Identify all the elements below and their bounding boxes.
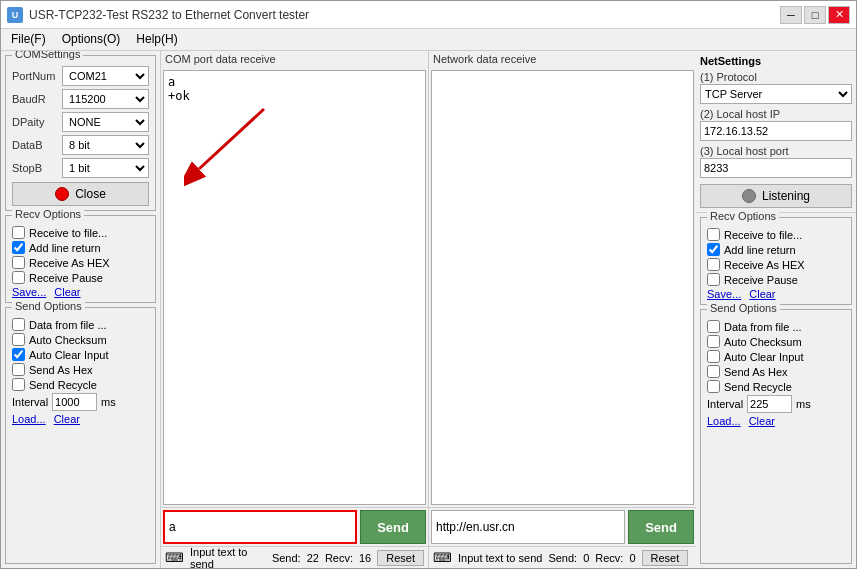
com-recv-save-link[interactable]: Save... [12, 286, 46, 298]
red-dot-icon [55, 187, 69, 201]
com-settings-group: COMSettings PortNum COM21COM1COM2 BaudR … [5, 55, 156, 211]
net-keyboard-icon: ⌨ [433, 550, 452, 565]
net-send-links: Load... Clear [707, 415, 845, 427]
baudr-select[interactable]: 115200960038400 [62, 89, 149, 109]
net-interval-input[interactable] [747, 395, 792, 413]
stopb-select[interactable]: 1 bit2 bit [62, 158, 149, 178]
datab-select[interactable]: 8 bit7 bit [62, 135, 149, 155]
com-recv-pause-checkbox[interactable] [12, 271, 25, 284]
right-panel: NetSettings (1) Protocol TCP Server TCP … [696, 51, 856, 568]
com-auto-checksum-row: Auto Checksum [12, 333, 149, 346]
net-interval-unit: ms [796, 398, 811, 410]
com-interval-input[interactable]: 1000 [52, 393, 97, 411]
net-input-tip: Input text to send [458, 552, 542, 564]
com-data-line-1: a [168, 75, 421, 89]
com-data-from-file-checkbox[interactable] [12, 318, 25, 331]
com-auto-checksum-checkbox[interactable] [12, 333, 25, 346]
menu-help[interactable]: Help(H) [130, 31, 183, 48]
com-send-clear-link[interactable]: Clear [54, 413, 80, 425]
menu-file[interactable]: File(F) [5, 31, 52, 48]
protocol-select[interactable]: TCP Server TCP Client UDP Server [700, 84, 852, 104]
net-recv-pause-checkbox[interactable] [707, 273, 720, 286]
net-recv-pause-label: Receive Pause [724, 274, 798, 286]
net-add-line-return-checkbox[interactable] [707, 243, 720, 256]
net-auto-checksum-row: Auto Checksum [707, 335, 845, 348]
net-send-button[interactable]: Send [628, 510, 694, 544]
net-send-clear-link[interactable]: Clear [749, 415, 775, 427]
net-recv-options-group: Recv Options Receive to file... Add line… [700, 217, 852, 305]
protocol-label: (1) Protocol [700, 71, 852, 83]
com-status-bar: ⌨ Input text to send Send: 22 Recv: 16 R… [161, 547, 429, 568]
com-send-options-group: Send Options Data from file ... Auto Che… [5, 307, 156, 564]
datab-row: DataB 8 bit7 bit [12, 135, 149, 155]
window-title: USR-TCP232-Test RS232 to Ethernet Conver… [29, 8, 309, 22]
com-send-recycle-checkbox[interactable] [12, 378, 25, 391]
net-send-recycle-checkbox[interactable] [707, 380, 720, 393]
com-auto-clear-input-label: Auto Clear Input [29, 349, 109, 361]
com-send-as-hex-label: Send As Hex [29, 364, 93, 376]
net-recv-save-link[interactable]: Save... [707, 288, 741, 300]
com-reset-button[interactable]: Reset [377, 550, 424, 566]
localport-input[interactable]: 8233 [700, 158, 852, 178]
net-add-line-return-row: Add line return [707, 243, 845, 256]
net-data-from-file-checkbox[interactable] [707, 320, 720, 333]
net-send-recycle-label: Send Recycle [724, 381, 792, 393]
net-reset-button[interactable]: Reset [642, 550, 689, 566]
com-send-button[interactable]: Send [360, 510, 426, 544]
net-send-input[interactable] [431, 510, 625, 544]
net-recv-clear-link[interactable]: Clear [749, 288, 775, 300]
title-bar: U USR-TCP232-Test RS232 to Ethernet Conv… [1, 1, 856, 29]
com-keyboard-icon: ⌨ [165, 550, 184, 565]
net-recv-hex-checkbox[interactable] [707, 258, 720, 271]
com-data-from-file-label: Data from file ... [29, 319, 107, 331]
com-send-as-hex-row: Send As Hex [12, 363, 149, 376]
com-send-value: 22 [307, 552, 319, 564]
maximize-button[interactable]: □ [804, 6, 826, 24]
com-recv-links: Save... Clear [12, 286, 149, 298]
com-send-options-label: Send Options [12, 300, 85, 312]
dpaity-select[interactable]: NONEODDEVEN [62, 112, 149, 132]
net-interval-row: Interval ms [707, 395, 845, 413]
window-close-button[interactable]: ✕ [828, 6, 850, 24]
com-interval-label: Interval [12, 396, 48, 408]
net-send-value: 0 [583, 552, 589, 564]
com-add-line-return-label: Add line return [29, 242, 101, 254]
menu-options[interactable]: Options(O) [56, 31, 127, 48]
close-com-button[interactable]: Close [12, 182, 149, 206]
net-settings-label: NetSettings [700, 55, 852, 67]
net-data-from-file-label: Data from file ... [724, 321, 802, 333]
net-send-load-link[interactable]: Load... [707, 415, 741, 427]
com-recv-value: 16 [359, 552, 371, 564]
com-recv-clear-link[interactable]: Clear [54, 286, 80, 298]
com-recv-as-hex-checkbox[interactable] [12, 256, 25, 269]
com-auto-clear-input-checkbox[interactable] [12, 348, 25, 361]
minimize-button[interactable]: ─ [780, 6, 802, 24]
net-auto-clear-input-checkbox[interactable] [707, 350, 720, 363]
net-send-options-group: Send Options Data from file ... Auto Che… [700, 309, 852, 564]
net-settings-group: NetSettings (1) Protocol TCP Server TCP … [696, 51, 856, 213]
net-send-as-hex-checkbox[interactable] [707, 365, 720, 378]
net-auto-checksum-checkbox[interactable] [707, 335, 720, 348]
net-send-recycle-row: Send Recycle [707, 380, 845, 393]
com-recv-to-file-checkbox[interactable] [12, 226, 25, 239]
net-recv-to-file-row: Receive to file... [707, 228, 845, 241]
menu-bar: File(F) Options(O) Help(H) [1, 29, 856, 51]
net-recv-to-file-checkbox[interactable] [707, 228, 720, 241]
net-data-header: Network data receive [429, 51, 696, 68]
com-add-line-return-checkbox[interactable] [12, 241, 25, 254]
net-recv-pause-row: Receive Pause [707, 273, 845, 286]
com-recv-hex-label: Receive As HEX [29, 257, 110, 269]
portnum-select[interactable]: COM21COM1COM2 [62, 66, 149, 86]
net-send-as-hex-row: Send As Hex [707, 365, 845, 378]
listening-button[interactable]: Listening [700, 184, 852, 208]
status-bar: ⌨ Input text to send Send: 22 Recv: 16 R… [161, 546, 696, 568]
com-send-input[interactable] [163, 510, 357, 544]
net-status-bar: ⌨ Input text to send Send: 0 Recv: 0 Res… [429, 547, 696, 568]
stopb-row: StopB 1 bit2 bit [12, 158, 149, 178]
net-send-options-label: Send Options [707, 302, 780, 314]
com-send-label: Send: [272, 552, 301, 564]
com-send-as-hex-checkbox[interactable] [12, 363, 25, 376]
com-send-load-link[interactable]: Load... [12, 413, 46, 425]
localip-input[interactable]: 172.16.13.52 [700, 121, 852, 141]
net-recv-links: Save... Clear [707, 288, 845, 300]
